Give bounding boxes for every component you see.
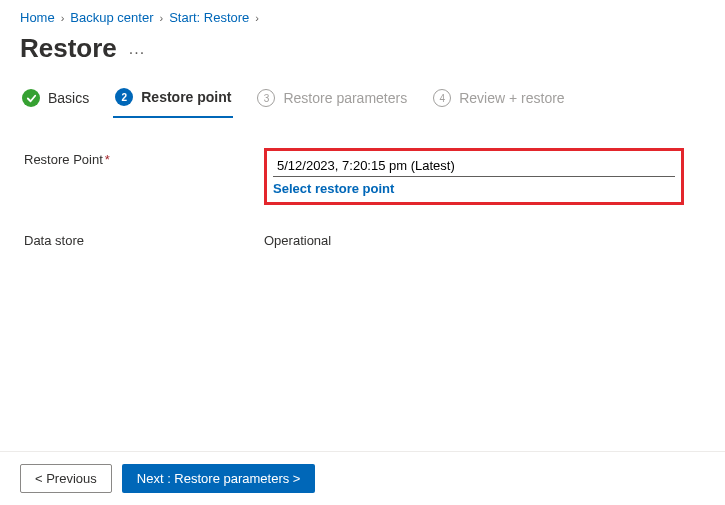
wizard-footer: < Previous Next : Restore parameters > [0,451,725,505]
step-number-icon: 4 [433,89,451,107]
restore-point-input[interactable] [273,155,675,177]
tab-restore-point[interactable]: 2 Restore point [113,82,233,118]
breadcrumb-link-start-restore[interactable]: Start: Restore [169,10,249,25]
select-restore-point-link[interactable]: Select restore point [273,181,394,196]
step-number-icon: 3 [257,89,275,107]
restore-point-highlight-box: Select restore point [264,148,684,205]
breadcrumb-link-backup-center[interactable]: Backup center [70,10,153,25]
tab-label: Restore point [141,89,231,105]
tab-basics[interactable]: Basics [20,83,91,117]
tab-label: Basics [48,90,89,106]
required-asterisk: * [105,152,110,167]
chevron-right-icon: › [61,12,65,24]
tab-label: Review + restore [459,90,564,106]
data-store-label: Data store [24,229,264,248]
tab-label: Restore parameters [283,90,407,106]
tab-review-restore[interactable]: 4 Review + restore [431,83,566,117]
chevron-right-icon: › [159,12,163,24]
row-restore-point: Restore Point* Select restore point [24,148,701,205]
step-number-icon: 2 [115,88,133,106]
page-title: Restore [20,33,117,64]
row-data-store: Data store Operational [24,229,701,248]
tab-restore-parameters[interactable]: 3 Restore parameters [255,83,409,117]
next-button[interactable]: Next : Restore parameters > [122,464,316,493]
wizard-tabs: Basics 2 Restore point 3 Restore paramet… [0,82,725,118]
breadcrumb-link-home[interactable]: Home [20,10,55,25]
previous-button[interactable]: < Previous [20,464,112,493]
data-store-value: Operational [264,229,331,248]
breadcrumb: Home › Backup center › Start: Restore › [0,0,725,25]
form-body: Restore Point* Select restore point Data… [0,118,725,248]
restore-point-label: Restore Point* [24,148,264,167]
chevron-right-icon: › [255,12,259,24]
more-menu-icon[interactable]: ··· [129,36,145,62]
checkmark-icon [22,89,40,107]
page-header: Restore ··· [0,25,725,82]
